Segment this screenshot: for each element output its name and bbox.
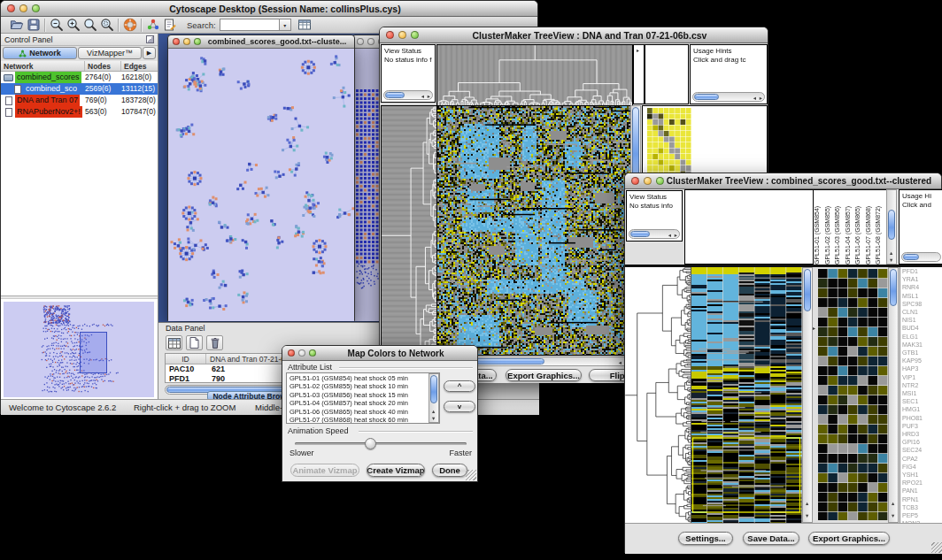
scrollbar-thumb[interactable]: [804, 269, 811, 311]
scrollbar-thumb[interactable]: [888, 210, 895, 240]
tv2-column-label[interactable]: GPL51-08 (GSM872): [875, 190, 885, 265]
gene-label[interactable]: FIG4: [900, 463, 942, 471]
close-icon[interactable]: [173, 38, 180, 45]
tv2-heatmap[interactable]: [691, 267, 802, 523]
tv2-labels-vscrollbar[interactable]: ▴ ▾: [886, 189, 897, 265]
scroll-up-icon[interactable]: ▴: [892, 500, 894, 506]
network-canvas-1[interactable]: [168, 49, 354, 321]
gene-label[interactable]: TCB3: [900, 503, 942, 511]
tv2-export-graphics-button[interactable]: Export Graphics...: [808, 532, 890, 545]
float-panel-icon[interactable]: [146, 35, 154, 43]
tv2-zoom-vscrollbar[interactable]: ▴ ▾: [888, 267, 899, 523]
gene-label[interactable]: HAP3: [900, 364, 942, 372]
tv1-column-label[interactable]: [660, 45, 668, 104]
gene-label[interactable]: RPN1: [900, 495, 942, 503]
minimize-icon[interactable]: [367, 38, 374, 45]
close-icon[interactable]: [386, 31, 394, 39]
scrollbar-thumb[interactable]: [694, 94, 719, 100]
zoom-window-icon[interactable]: [194, 38, 201, 45]
gene-label[interactable]: PFD1: [900, 267, 942, 275]
gene-label[interactable]: YSH1: [900, 471, 942, 479]
gene-label[interactable]: MSL1: [900, 292, 942, 300]
tv2-column-label[interactable]: GPL51-02 (GSM855): [824, 190, 835, 265]
scroll-down-icon[interactable]: ▾: [892, 512, 894, 518]
scroll-right-icon[interactable]: ▸: [675, 232, 677, 238]
gene-label[interactable]: GPI16: [900, 438, 942, 446]
attribute-listbox[interactable]: GPL51-01 (GSM854) heat shock 05 minGPL51…: [286, 372, 440, 424]
gene-label[interactable]: NIS1: [900, 316, 942, 324]
attribute-option[interactable]: GPL51-07 (GSM868) heat shock 60 min: [287, 416, 428, 424]
gene-label[interactable]: RNR4: [900, 283, 942, 291]
scroll-up-icon[interactable]: ▴: [890, 249, 892, 256]
network-list-row[interactable]: combined_scores 2764(0) 16218(0): [1, 72, 158, 83]
scrollbar-thumb[interactable]: [903, 254, 919, 260]
zoom-selected-icon[interactable]: [81, 17, 98, 33]
animate-vizmap-button[interactable]: Animate Vizmap: [290, 464, 359, 477]
tab-network[interactable]: Network: [3, 47, 77, 59]
move-up-button[interactable]: ^: [444, 380, 475, 392]
save-icon[interactable]: [25, 17, 42, 33]
attribute-option[interactable]: GPL51-06 (GSM865) heat shock 40 min: [287, 408, 428, 416]
tab-overflow-button[interactable]: ▶: [143, 47, 156, 59]
gene-label[interactable]: PUF3: [900, 422, 942, 430]
animation-speed-slider-thumb[interactable]: [365, 438, 376, 449]
tv2-column-label[interactable]: GPL51-04 (GSM857): [845, 190, 855, 265]
gene-label[interactable]: KAP95: [900, 357, 942, 364]
gene-label[interactable]: BUD4: [900, 324, 942, 332]
minimize-icon[interactable]: [398, 31, 406, 39]
dialog-titlebar[interactable]: Map Colors to Network: [282, 346, 477, 361]
tv1-titlebar[interactable]: ClusterMaker TreeView : DNA and Tran 07-…: [380, 27, 768, 43]
gene-label[interactable]: SEC24: [900, 446, 942, 454]
minimize-icon[interactable]: [19, 4, 27, 12]
scrollbar-thumb[interactable]: [385, 92, 405, 98]
attribute-option[interactable]: GPL51-04 (GSM857) heat shock 20 min: [287, 399, 428, 407]
network1-titlebar[interactable]: combined_scores_good.txt--cluste...: [168, 35, 354, 49]
tv1-column-label[interactable]: [681, 45, 688, 104]
tv1-export-graphics-button[interactable]: Export Graphics...: [506, 369, 582, 381]
new-attribute-icon[interactable]: [186, 335, 203, 350]
move-down-button[interactable]: v: [444, 401, 475, 412]
zoom-window-icon[interactable]: [32, 4, 40, 12]
close-icon[interactable]: [7, 4, 15, 12]
scrollbar-thumb[interactable]: [630, 231, 650, 237]
gene-label[interactable]: HRD3: [900, 430, 942, 438]
gene-label[interactable]: PEP5: [900, 511, 942, 519]
tv1-column-dendrogram[interactable]: [436, 44, 633, 106]
trash-icon[interactable]: [206, 335, 223, 350]
search-dropdown-icon[interactable]: ▾: [280, 19, 291, 31]
gene-label[interactable]: CLN1: [900, 308, 942, 316]
tv2-save-data-button[interactable]: Save Data...: [743, 532, 799, 545]
tv2-row-dendrogram[interactable]: [625, 267, 691, 523]
gene-label[interactable]: GTB1: [900, 349, 942, 357]
network-list-row[interactable]: DNA and Tran 07 769(0) 183728(0): [1, 95, 158, 106]
scroll-right-icon[interactable]: ▸: [760, 95, 762, 101]
tv2-status-hscrollbar[interactable]: ◂ ▸: [629, 229, 680, 239]
gene-label[interactable]: HMG1: [900, 405, 942, 413]
help-ring-icon[interactable]: [121, 17, 138, 33]
done-button[interactable]: Done: [432, 464, 467, 477]
gene-label[interactable]: MSI1: [900, 389, 942, 397]
scroll-left-icon[interactable]: ◂: [668, 232, 671, 238]
resize-grip[interactable]: [466, 470, 476, 480]
tv2-titlebar[interactable]: ClusterMaker TreeView : combined_scores_…: [625, 173, 941, 189]
expand-arrow-icon[interactable]: ▸: [637, 47, 639, 53]
attribute-option[interactable]: GPL51-02 (GSM855) heat shock 10 min: [287, 382, 428, 390]
scroll-up-icon[interactable]: ▴: [806, 500, 808, 506]
import-table-icon[interactable]: [297, 17, 313, 33]
scroll-left-icon[interactable]: ◂: [753, 95, 756, 101]
expand-arrow-icon[interactable]: ▸: [813, 325, 815, 331]
tv1-column-label[interactable]: [647, 45, 654, 104]
attribute-list-vscrollbar[interactable]: ▴ ▾: [429, 373, 439, 423]
zoom-window-icon[interactable]: [411, 31, 419, 39]
tv1-column-label[interactable]: [668, 45, 675, 104]
tv2-column-label[interactable]: GPL51-03 (GSM856): [834, 190, 845, 265]
scroll-down-icon[interactable]: ▾: [890, 257, 892, 263]
zoom-out-icon[interactable]: [48, 17, 65, 33]
tv2-zoom-heatmap[interactable]: [818, 269, 888, 520]
main-titlebar[interactable]: Cytoscape Desktop (Session Name: collins…: [1, 1, 537, 17]
scroll-up-icon[interactable]: ▴: [432, 408, 435, 414]
attribute-option[interactable]: GPL51-01 (GSM854) heat shock 05 min: [287, 374, 428, 382]
animation-speed-slider-track[interactable]: [295, 442, 467, 445]
close-icon[interactable]: [631, 177, 639, 185]
tv1-heatmap[interactable]: [436, 105, 631, 356]
